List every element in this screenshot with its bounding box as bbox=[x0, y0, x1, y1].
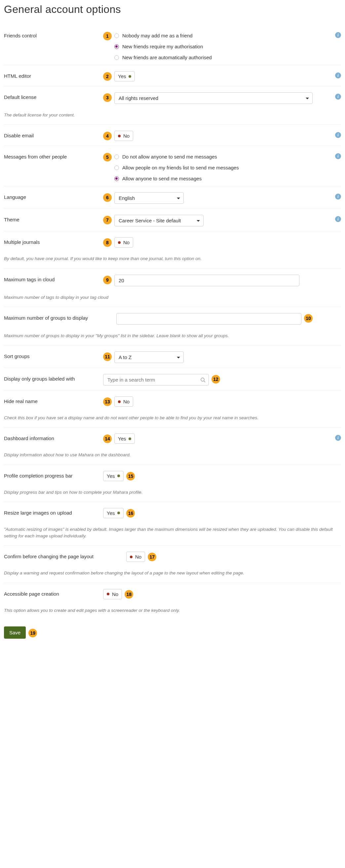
svg-point-0 bbox=[201, 378, 204, 381]
default-license-select[interactable]: All rights reserved bbox=[114, 92, 313, 104]
row-friends-control: Friends control 1 Nobody may add me as a… bbox=[4, 25, 341, 65]
label-hide-real-name: Hide real name bbox=[4, 397, 103, 404]
page-title: General account options bbox=[4, 3, 341, 16]
hide-real-name-toggle[interactable]: No bbox=[114, 397, 133, 407]
badge-10: 10 bbox=[304, 314, 313, 323]
badge-18: 18 bbox=[125, 590, 133, 599]
row-display-groups-labeled: Display only groups labeled with 12 bbox=[4, 368, 341, 391]
messages-option-0[interactable]: Do not allow anyone to send me messages bbox=[114, 154, 239, 159]
dot-icon bbox=[129, 75, 131, 78]
dot-icon bbox=[118, 241, 120, 244]
radio-label: New friends require my authorisation bbox=[122, 44, 203, 49]
radio-icon bbox=[114, 44, 119, 49]
label-messages: Messages from other people bbox=[4, 152, 103, 159]
language-select[interactable]: English bbox=[114, 192, 184, 204]
toggle-value: Yes bbox=[107, 510, 115, 516]
radio-label: Allow people on my friends list to send … bbox=[122, 165, 239, 170]
toggle-value: No bbox=[135, 554, 141, 560]
toggle-value: Yes bbox=[107, 473, 115, 479]
group-label-search-input[interactable] bbox=[103, 374, 209, 385]
friends-option-1[interactable]: New friends require my authorisation bbox=[114, 44, 212, 49]
row-default-license: Default license 3 All rights reserved i bbox=[4, 86, 341, 108]
help-confirm-layout: Display a warning and request confirmati… bbox=[4, 566, 341, 583]
select-value: Career Service - Site default bbox=[118, 218, 181, 223]
resize-images-toggle[interactable]: Yes bbox=[103, 508, 124, 518]
row-resize-images: Resize large images on upload Yes 16 bbox=[4, 502, 341, 523]
label-max-groups: Maximum number of groups to display bbox=[4, 313, 116, 321]
row-max-groups: Maximum number of groups to display 10 bbox=[4, 307, 341, 329]
info-icon[interactable]: i bbox=[335, 32, 341, 38]
messages-radio-group: Do not allow anyone to send me messages … bbox=[114, 152, 239, 181]
help-resize-images: "Automatic resizing of images" is enable… bbox=[4, 523, 341, 546]
dot-icon bbox=[130, 556, 133, 558]
toggle-value: Yes bbox=[118, 73, 126, 79]
help-dashboard-info: Display information about how to use Mah… bbox=[4, 448, 341, 465]
messages-option-2[interactable]: Allow anyone to send me messages bbox=[114, 176, 239, 181]
radio-icon bbox=[114, 165, 119, 170]
radio-icon bbox=[114, 155, 119, 159]
badge-19: 19 bbox=[28, 629, 37, 637]
profile-progress-toggle[interactable]: Yes bbox=[103, 471, 124, 481]
dot-icon bbox=[117, 474, 120, 477]
badge-9: 9 bbox=[103, 276, 112, 284]
info-icon[interactable]: i bbox=[335, 94, 341, 100]
label-accessible-page: Accessible page creation bbox=[4, 589, 103, 597]
label-default-license: Default license bbox=[4, 92, 103, 100]
row-html-editor: HTML editor 2 Yes i bbox=[4, 65, 341, 86]
friends-option-0[interactable]: Nobody may add me as a friend bbox=[114, 33, 212, 38]
help-hide-real-name: Check this box if you have set a display… bbox=[4, 411, 341, 428]
label-sort-groups: Sort groups bbox=[4, 351, 103, 359]
sort-groups-select[interactable]: A to Z bbox=[114, 351, 184, 363]
help-multiple-journals: By default, you have one journal. If you… bbox=[4, 252, 341, 268]
row-profile-progress: Profile completion progress bar Yes 15 bbox=[4, 465, 341, 486]
label-theme: Theme bbox=[4, 215, 103, 222]
accessible-page-toggle[interactable]: No bbox=[103, 589, 122, 599]
messages-option-1[interactable]: Allow people on my friends list to send … bbox=[114, 165, 239, 170]
label-profile-progress: Profile completion progress bar bbox=[4, 471, 103, 478]
toggle-value: No bbox=[123, 240, 130, 245]
badge-4: 4 bbox=[103, 132, 112, 140]
row-hide-real-name: Hide real name 13 No bbox=[4, 391, 341, 411]
row-theme: Theme 7 Career Service - Site default i bbox=[4, 209, 341, 231]
dot-icon bbox=[118, 400, 120, 403]
dashboard-info-toggle[interactable]: Yes bbox=[114, 434, 135, 444]
badge-3: 3 bbox=[103, 93, 112, 102]
html-editor-toggle[interactable]: Yes bbox=[114, 71, 135, 82]
badge-14: 14 bbox=[103, 434, 112, 443]
info-icon[interactable]: i bbox=[335, 72, 341, 79]
radio-label: New friends are automatically authorised bbox=[122, 55, 212, 60]
row-max-tags: Maximum tags in cloud 9 bbox=[4, 269, 341, 291]
confirm-layout-toggle[interactable]: No bbox=[126, 552, 145, 562]
help-max-groups: Maximum number of groups to display in y… bbox=[4, 329, 341, 345]
badge-7: 7 bbox=[103, 216, 112, 224]
toggle-value: No bbox=[112, 591, 118, 597]
row-confirm-layout: Confirm before changing the page layout … bbox=[4, 546, 341, 566]
save-row: Save 19 bbox=[4, 626, 341, 639]
max-tags-input[interactable] bbox=[114, 275, 300, 286]
friends-option-2[interactable]: New friends are automatically authorised bbox=[114, 55, 212, 60]
row-multiple-journals: Multiple journals 8 No bbox=[4, 231, 341, 252]
row-sort-groups: Sort groups 11 A to Z bbox=[4, 345, 341, 368]
badge-1: 1 bbox=[103, 32, 112, 40]
label-language: Language bbox=[4, 192, 103, 200]
save-button[interactable]: Save bbox=[4, 626, 26, 639]
badge-17: 17 bbox=[148, 553, 156, 561]
badge-2: 2 bbox=[103, 72, 112, 81]
max-groups-input[interactable] bbox=[116, 313, 301, 324]
multiple-journals-toggle[interactable]: No bbox=[114, 237, 133, 248]
row-accessible-page: Accessible page creation No 18 bbox=[4, 583, 341, 604]
label-max-tags: Maximum tags in cloud bbox=[4, 275, 103, 282]
label-disable-email: Disable email bbox=[4, 131, 103, 138]
help-max-tags: Maximum number of tags to display in you… bbox=[4, 291, 341, 307]
help-default-license: The default license for your content. bbox=[4, 108, 341, 125]
select-value: English bbox=[118, 195, 135, 201]
help-profile-progress: Display progress bar and tips on how to … bbox=[4, 486, 341, 502]
radio-icon bbox=[114, 33, 119, 38]
radio-icon bbox=[114, 176, 119, 181]
label-resize-images: Resize large images on upload bbox=[4, 508, 103, 516]
disable-email-toggle[interactable]: No bbox=[114, 131, 133, 141]
toggle-value: No bbox=[123, 133, 130, 138]
theme-select[interactable]: Career Service - Site default bbox=[114, 215, 204, 226]
help-accessible-page: This option allows you to create and edi… bbox=[4, 604, 341, 620]
label-dashboard-info: Dashboard information bbox=[4, 434, 103, 441]
